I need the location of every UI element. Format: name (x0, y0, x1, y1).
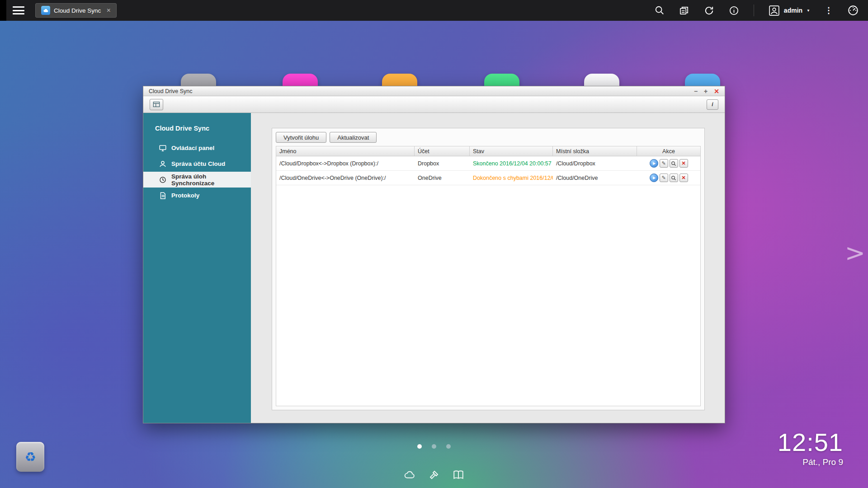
book-icon[interactable] (453, 469, 464, 481)
sidebar-item-label: Správa účtu Cloud (171, 160, 225, 167)
sync-tasks-panel: Vytvořit úlohu Aktualizovat Jméno Účet S… (272, 128, 705, 410)
start-task-icon[interactable]: ▶ (650, 174, 658, 182)
background-tasks-icon[interactable] (679, 5, 689, 16)
task-status: Dokončeno s chybami 2016/12/0... (470, 171, 553, 185)
refresh-button[interactable]: Aktualizovat (330, 132, 377, 143)
column-header-actions[interactable]: Akce (637, 146, 700, 156)
column-header-status[interactable]: Stav (470, 146, 553, 156)
info-icon[interactable] (729, 5, 739, 16)
close-button[interactable]: ✕ (714, 88, 719, 94)
delete-task-icon[interactable]: ✕ (679, 159, 688, 168)
edit-task-icon[interactable]: ✎ (660, 159, 668, 168)
task-folder: /Cloud/OneDrive (553, 171, 637, 185)
create-task-button[interactable]: Vytvořit úlohu (276, 132, 326, 143)
tab-close-icon[interactable]: ✕ (106, 7, 111, 14)
main-menu-icon[interactable] (13, 6, 24, 14)
help-info-button[interactable]: i (707, 99, 718, 110)
column-header-name[interactable]: Jméno (276, 146, 415, 156)
clock-time: 12:51 (778, 428, 843, 456)
chevron-down-icon: ▼ (807, 9, 810, 13)
sidebar-item-sync-tasks[interactable]: Správa úloh Synchronizace (143, 172, 251, 188)
user-menu[interactable]: admin ▼ (769, 5, 810, 16)
external-device-icon[interactable] (704, 5, 714, 16)
recycle-icon: ♻ (24, 450, 36, 465)
search-icon[interactable] (655, 5, 665, 15)
pager-dot-3[interactable] (446, 444, 451, 449)
recycle-bin[interactable]: ♻ (16, 442, 44, 472)
main-content: Vytvořit úlohu Aktualizovat Jméno Účet S… (251, 113, 725, 423)
dashboard-icon[interactable] (847, 5, 859, 16)
delete-task-icon[interactable]: ✕ (679, 174, 688, 182)
sync-tasks-table: Jméno Účet Stav Místní složka Akce /Clou… (276, 146, 701, 406)
cloud-drive-sync-app-icon (41, 6, 50, 15)
tab-label: Cloud Drive Sync (54, 7, 101, 14)
task-folder: /Cloud/Dropbox (553, 156, 637, 170)
user-avatar-icon (769, 5, 780, 16)
pager-dot-2[interactable] (432, 444, 436, 449)
sidebar-item-label: Správa úloh Synchronizace (171, 173, 251, 187)
monitor-icon (159, 144, 167, 152)
view-logs-icon[interactable] (670, 159, 678, 168)
log-document-icon (159, 192, 167, 200)
window-body: Cloud Drive Sync Ovládací panel Správa ú… (143, 113, 725, 423)
open-app-tab[interactable]: Cloud Drive Sync ✕ (35, 3, 117, 18)
edit-task-icon[interactable]: ✎ (660, 174, 668, 182)
column-header-account[interactable]: Účet (415, 146, 470, 156)
task-account: OneDrive (415, 171, 470, 185)
desktop-dock (0, 469, 868, 481)
task-name: /Cloud/Dropbox<->Dropbox (Dropbox):/ (276, 156, 415, 170)
task-account: Dropbox (415, 156, 470, 170)
sidebar-item-dashboard[interactable]: Ovládací panel (143, 140, 251, 156)
topbar-right: admin ▼ ⋮ (655, 5, 868, 16)
window-title: Cloud Drive Sync (149, 88, 193, 94)
pager-dot-1[interactable] (417, 444, 422, 449)
app-sidebar: Cloud Drive Sync Ovládací panel Správa ú… (143, 113, 251, 423)
sidebar-title: Cloud Drive Sync (143, 113, 251, 140)
minimize-button[interactable]: − (694, 88, 698, 94)
task-action-buttons: ▶ ✎ ✕ (637, 171, 700, 185)
column-header-folder[interactable]: Místní složka (553, 146, 637, 156)
table-header: Jméno Účet Stav Místní složka Akce (276, 146, 700, 156)
table-empty-area (276, 185, 700, 406)
task-actions-row: Vytvořit úlohu Aktualizovat (276, 132, 701, 143)
table-row[interactable]: /Cloud/Dropbox<->Dropbox (Dropbox):/ Dro… (276, 156, 700, 171)
toggle-sidebar-button[interactable] (150, 99, 163, 110)
window-titlebar[interactable]: Cloud Drive Sync − + ✕ (143, 86, 725, 96)
desktop-clock: 12:51 Pát., Pro 9 (778, 428, 843, 467)
username-label: admin (784, 7, 802, 14)
topbar-divider (754, 5, 754, 16)
tools-icon[interactable] (428, 469, 440, 481)
cloud-drive-sync-window: Cloud Drive Sync − + ✕ i Cloud Drive Syn… (143, 86, 725, 423)
sidebar-item-cloud-account[interactable]: Správa účtu Cloud (143, 156, 251, 172)
more-options-icon[interactable]: ⋮ (825, 5, 833, 15)
next-desktop-arrow[interactable]: > (845, 239, 865, 267)
desktop-pager (0, 444, 868, 449)
clock-date: Pát., Pro 9 (778, 457, 843, 467)
task-status: Skončeno 2016/12/04 20:00:57 (470, 156, 553, 170)
corner-block (0, 0, 6, 21)
user-icon (159, 160, 167, 168)
task-action-buttons: ▶ ✎ ✕ (637, 156, 700, 170)
cloud-icon[interactable] (404, 469, 415, 481)
sync-clock-icon (159, 176, 167, 184)
view-logs-icon[interactable] (670, 174, 678, 182)
maximize-button[interactable]: + (704, 88, 708, 94)
table-row[interactable]: /Cloud/OneDrive<->OneDrive (OneDrive):/ … (276, 171, 700, 185)
task-name: /Cloud/OneDrive<->OneDrive (OneDrive):/ (276, 171, 415, 185)
sidebar-item-label: Ovládací panel (171, 145, 214, 151)
window-toolbar: i (143, 96, 725, 113)
top-bar: Cloud Drive Sync ✕ admin ▼ ⋮ (0, 0, 868, 21)
start-task-icon[interactable]: ▶ (650, 159, 658, 168)
sidebar-item-logs[interactable]: Protokoly (143, 188, 251, 203)
sidebar-item-label: Protokoly (171, 192, 199, 199)
